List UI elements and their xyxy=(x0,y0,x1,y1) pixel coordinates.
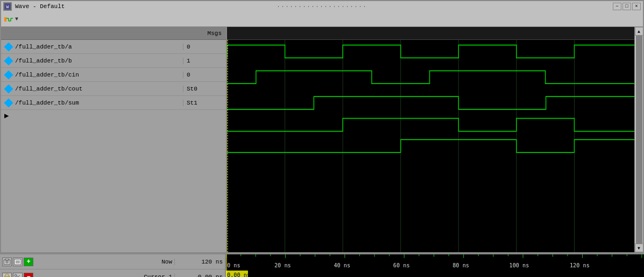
waveform-area xyxy=(227,27,634,252)
main-area: ▼ Msgs /full_adder_tb/a 0 /full_adder_tb… xyxy=(0,12,644,253)
signal-value-cout: St0 xyxy=(183,86,226,92)
signal-row[interactable]: /full_adder_tb/cin 0 xyxy=(1,68,226,82)
timeline-svg: 0 ns 20 ns 40 ns 60 ns 80 ns 100 ns 120 … xyxy=(226,254,644,277)
signal-diamond-b xyxy=(4,56,13,65)
svg-text:80 ns: 80 ns xyxy=(452,262,469,269)
minimize-button[interactable]: − xyxy=(613,3,621,10)
scroll-track xyxy=(636,36,642,244)
now-value: 120 ns xyxy=(174,259,223,265)
scroll-up-arrow[interactable]: ▲ xyxy=(635,27,643,36)
signal-value-sum: St1 xyxy=(183,100,226,106)
content-split: Msgs /full_adder_tb/a 0 /full_adder_tb/b… xyxy=(1,27,643,252)
left-panel: Msgs /full_adder_tb/a 0 /full_adder_tb/b… xyxy=(1,27,227,252)
waveform-toolbar-icon[interactable] xyxy=(3,14,14,25)
svg-point-20 xyxy=(6,261,8,263)
window-controls: − □ × xyxy=(613,3,641,10)
svg-rect-4 xyxy=(4,19,6,22)
title-bar: W Wave - Default ····················· −… xyxy=(0,0,644,12)
scroll-down-arrow[interactable]: ▼ xyxy=(635,244,643,252)
restore-button[interactable]: □ xyxy=(622,3,631,10)
waveform-panel: ▲ ▼ xyxy=(227,27,643,252)
signal-row[interactable]: /full_adder_tb/cout St0 xyxy=(1,82,226,96)
title-dots: ····················· xyxy=(277,4,367,10)
bottom-panel: + Now 120 ns − Cursor 1 0.00 ns xyxy=(0,253,644,277)
signal-diamond-cout xyxy=(4,84,13,93)
toolbar-icons: ▼ xyxy=(3,14,18,25)
wave-icon: W xyxy=(3,2,12,11)
list-icon[interactable] xyxy=(13,258,23,266)
close-button[interactable]: × xyxy=(632,3,641,10)
svg-text:60 ns: 60 ns xyxy=(393,262,410,269)
signal-row[interactable]: /full_adder_tb/sum St1 xyxy=(1,96,226,110)
bottom-icons-row1: + xyxy=(2,258,33,266)
msgs-label: Msgs xyxy=(172,30,226,37)
svg-text:120 ns: 120 ns xyxy=(570,262,590,269)
signal-header: Msgs xyxy=(1,27,226,40)
signal-row[interactable]: /full_adder_tb/b 1 xyxy=(1,54,226,68)
svg-point-26 xyxy=(15,274,17,276)
cursor-arrow-row: ▶ xyxy=(1,110,226,121)
signal-name-cin: /full_adder_tb/cin xyxy=(15,72,183,78)
now-row: + Now 120 ns xyxy=(0,254,225,269)
svg-text:W: W xyxy=(6,4,9,9)
signal-name-sum: /full_adder_tb/sum xyxy=(15,100,183,106)
signal-diamond-sum xyxy=(4,98,13,107)
delete-icon[interactable]: − xyxy=(24,273,33,278)
signal-value-a: 0 xyxy=(183,44,226,50)
svg-text:100 ns: 100 ns xyxy=(509,262,529,269)
vertical-scrollbar[interactable]: ▲ ▼ xyxy=(634,27,643,252)
cursor-value: 0.00 ns xyxy=(174,274,223,278)
add-icon[interactable]: + xyxy=(24,258,33,266)
waveform-header-bar xyxy=(227,27,634,40)
waveform-canvas xyxy=(227,40,634,252)
snapshot-icon[interactable] xyxy=(2,258,12,266)
signal-value-cin: 0 xyxy=(183,72,226,78)
timeline-area: 0 ns 20 ns 40 ns 60 ns 80 ns 100 ns 120 … xyxy=(226,254,644,277)
signal-list: /full_adder_tb/a 0 /full_adder_tb/b 1 /f… xyxy=(1,40,226,252)
svg-text:0.00 ns: 0.00 ns xyxy=(227,272,250,277)
cursor-row: − Cursor 1 0.00 ns xyxy=(0,269,225,277)
svg-text:40 ns: 40 ns xyxy=(334,262,350,269)
svg-text:0 ns: 0 ns xyxy=(227,262,240,269)
svg-rect-19 xyxy=(5,259,9,260)
waveform-with-scrollbar: ▲ ▼ xyxy=(227,27,643,252)
toolbar-dropdown[interactable]: ▼ xyxy=(15,16,18,22)
waveform-svg xyxy=(227,40,634,252)
bottom-left: + Now 120 ns − Cursor 1 0.00 ns xyxy=(0,254,226,277)
toolbar: ▼ xyxy=(1,12,643,27)
bottom-right-panel: 0 ns 20 ns 40 ns 60 ns 80 ns 100 ns 120 … xyxy=(226,254,644,277)
signal-row[interactable]: /full_adder_tb/a 0 xyxy=(1,40,226,54)
svg-rect-10 xyxy=(227,40,634,252)
signal-diamond-a xyxy=(4,42,13,51)
signal-name-a: /full_adder_tb/a xyxy=(15,44,183,50)
signal-value-b: 1 xyxy=(183,58,226,64)
bottom-icons-row2: − xyxy=(2,273,33,278)
signal-name-b: /full_adder_tb/b xyxy=(15,58,183,64)
signal-diamond-cin xyxy=(4,70,13,79)
svg-text:20 ns: 20 ns xyxy=(274,262,291,269)
now-label: Now xyxy=(38,259,174,265)
lock-icon[interactable] xyxy=(2,273,12,278)
svg-rect-3 xyxy=(4,17,6,19)
signal-name-cout: /full_adder_tb/cout xyxy=(15,86,183,92)
cursor-label: Cursor 1 xyxy=(38,274,174,278)
scissors-icon[interactable] xyxy=(13,273,23,278)
